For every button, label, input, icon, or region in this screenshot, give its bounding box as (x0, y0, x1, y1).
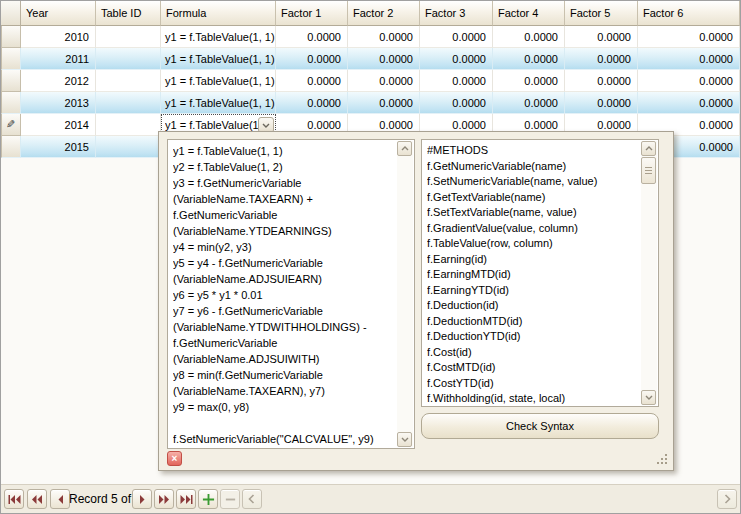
cell-factor-1[interactable]: 0.0000 (276, 92, 348, 114)
method-list-item[interactable]: f.EarningYTD(id) (427, 283, 637, 299)
cell-factor-1[interactable]: 0.0000 (276, 48, 348, 70)
cell-formula[interactable]: y1 = f.TableValue(1, 1) (161, 48, 276, 70)
prev-record-button[interactable] (50, 489, 70, 509)
method-list-item[interactable]: f.DeductionMTD(id) (427, 314, 637, 330)
column-header-factor-2[interactable]: Factor 2 (348, 1, 420, 26)
column-header-formula[interactable]: Formula (161, 1, 276, 26)
method-list-item[interactable]: #METHODS (427, 143, 637, 159)
method-list-item[interactable]: f.CostMTD(id) (427, 360, 637, 376)
cell-table-id[interactable] (96, 48, 161, 70)
cell-table-id[interactable] (96, 26, 161, 48)
cell-table-id[interactable] (96, 92, 161, 114)
cell-factor-3[interactable]: 0.0000 (420, 70, 493, 92)
scrollbar-thumb[interactable] (641, 157, 656, 184)
column-header-factor-1[interactable]: Factor 1 (276, 1, 348, 26)
method-list-item[interactable]: f.Deduction(id) (427, 298, 637, 314)
scroll-up-button[interactable] (641, 141, 656, 156)
row-selector-edit-indicator[interactable]: ✎ (1, 114, 21, 136)
cell-factor-3[interactable]: 0.0000 (420, 26, 493, 48)
cell-factor-6[interactable]: 0.0000 (638, 26, 740, 48)
column-header-factor-3[interactable]: Factor 3 (420, 1, 493, 26)
delete-record-button[interactable] (220, 489, 240, 509)
cell-factor-4[interactable]: 0.0000 (493, 70, 565, 92)
row-selector[interactable] (1, 70, 21, 92)
last-record-button[interactable] (176, 489, 196, 509)
cell-year[interactable]: 2012 (21, 70, 96, 92)
cell-factor-5[interactable]: 0.0000 (565, 26, 638, 48)
cell-factor-4[interactable]: 0.0000 (493, 26, 565, 48)
cell-table-id[interactable] (96, 114, 161, 136)
chevron-up-icon (645, 146, 653, 151)
method-list-item[interactable]: f.SetNumericVariable(name, value) (427, 174, 637, 190)
formula-memo-editor[interactable]: y1 = f.TableValue(1, 1) y2 = f.TableValu… (167, 139, 415, 449)
method-list-item[interactable]: f.Withholding(id, state, local) (427, 391, 637, 406)
first-record-button[interactable] (4, 489, 24, 509)
column-header-factor-4[interactable]: Factor 4 (493, 1, 565, 26)
cell-year[interactable]: 2011 (21, 48, 96, 70)
cell-factor-2[interactable]: 0.0000 (348, 26, 420, 48)
method-list-item[interactable]: f.Earning(id) (427, 252, 637, 268)
column-header-table-id[interactable]: Table ID (96, 1, 161, 26)
hscroll-right-button[interactable] (717, 489, 737, 509)
method-list-item[interactable]: f.GetNumericVariable(name) (427, 159, 637, 175)
cell-factor-3[interactable]: 0.0000 (420, 48, 493, 70)
next-record-button[interactable] (132, 489, 152, 509)
cell-table-id[interactable] (96, 136, 161, 158)
cell-factor-4[interactable]: 0.0000 (493, 48, 565, 70)
row-selector[interactable] (1, 136, 21, 158)
cell-factor-6[interactable]: 0.0000 (638, 70, 740, 92)
method-list-item[interactable]: f.GradientValue(value, column) (427, 221, 637, 237)
cell-factor-3[interactable]: 0.0000 (420, 92, 493, 114)
cell-factor-2[interactable]: 0.0000 (348, 48, 420, 70)
cell-factor-2[interactable]: 0.0000 (348, 70, 420, 92)
method-list-item[interactable]: f.SetTextVariable(name, value) (427, 205, 637, 221)
cell-factor-5[interactable]: 0.0000 (565, 92, 638, 114)
cell-factor-6[interactable]: 0.0000 (638, 92, 740, 114)
memo-scrollbar[interactable] (397, 141, 413, 447)
method-list-item[interactable]: f.EarningMTD(id) (427, 267, 637, 283)
header-corner-cell[interactable] (1, 1, 21, 26)
column-header-year[interactable]: Year (21, 1, 96, 26)
scroll-down-button[interactable] (397, 432, 412, 447)
check-syntax-button[interactable]: Check Syntax (421, 413, 659, 439)
method-list-item[interactable]: f.GetTextVariable(name) (427, 190, 637, 206)
cell-factor-6[interactable]: 0.0000 (638, 48, 740, 70)
column-header-factor-6[interactable]: Factor 6 (638, 1, 740, 26)
close-editor-button[interactable]: × (167, 451, 182, 466)
prev-page-button[interactable] (27, 489, 47, 509)
method-list-item[interactable]: f.CostYTD(id) (427, 376, 637, 392)
methods-listbox[interactable]: #METHODS f.GetNumericVariable(name) f.Se… (421, 139, 659, 407)
cell-formula[interactable]: y1 = f.TableValue(1, 1) (161, 92, 276, 114)
method-list-item[interactable]: f.TableValue(row, column) (427, 236, 637, 252)
cell-year[interactable]: 2010 (21, 26, 96, 48)
formula-line: f.GetNumericVariable (173, 335, 393, 351)
next-page-button[interactable] (154, 489, 174, 509)
cell-year[interactable]: 2015 (21, 136, 96, 158)
formula-line: y9 = max(0, y8) (173, 399, 393, 415)
hscroll-left-button[interactable] (242, 489, 262, 509)
scroll-down-button[interactable] (641, 390, 656, 405)
methods-scrollbar[interactable] (641, 141, 657, 405)
row-selector[interactable] (1, 92, 21, 114)
method-list-item[interactable]: f.Cost(id) (427, 345, 637, 361)
cell-year[interactable]: 2013 (21, 92, 96, 114)
cell-factor-2[interactable]: 0.0000 (348, 92, 420, 114)
row-selector[interactable] (1, 48, 21, 70)
cell-factor-1[interactable]: 0.0000 (276, 70, 348, 92)
cell-table-id[interactable] (96, 70, 161, 92)
column-header-factor-5[interactable]: Factor 5 (565, 1, 638, 26)
add-record-button[interactable] (198, 489, 218, 509)
cell-formula[interactable]: y1 = f.TableValue(1, 1) (161, 70, 276, 92)
cell-formula[interactable]: y1 = f.TableValue(1, 1) (161, 26, 276, 48)
cell-factor-5[interactable]: 0.0000 (565, 48, 638, 70)
cell-factor-4[interactable]: 0.0000 (493, 92, 565, 114)
row-selector[interactable] (1, 26, 21, 48)
cell-factor-5[interactable]: 0.0000 (565, 70, 638, 92)
cell-factor-1[interactable]: 0.0000 (276, 26, 348, 48)
thumb-grip-icon (645, 170, 652, 171)
scroll-up-button[interactable] (397, 141, 412, 156)
resize-grip-icon[interactable] (657, 454, 669, 466)
plus-icon (202, 493, 215, 506)
cell-year[interactable]: 2014 (21, 114, 96, 136)
method-list-item[interactable]: f.DeductionYTD(id) (427, 329, 637, 345)
